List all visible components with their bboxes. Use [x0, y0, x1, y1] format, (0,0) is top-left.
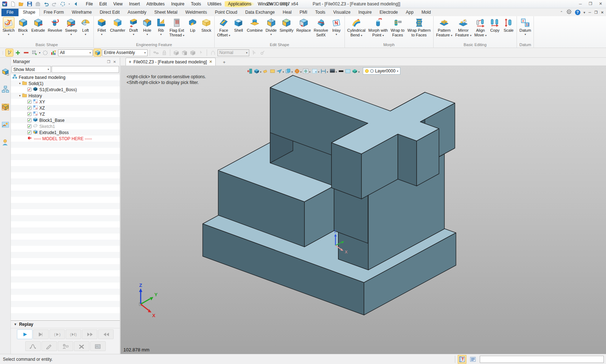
minus-icon[interactable] — [22, 49, 30, 56]
close-icon[interactable]: ✕ — [597, 1, 605, 7]
copydoc-icon[interactable] — [285, 68, 291, 74]
ribbon-tab-pmi[interactable]: PMI — [295, 9, 311, 16]
hdim-icon[interactable] — [320, 68, 326, 74]
gridplus-icon[interactable] — [31, 49, 38, 56]
marquee-icon[interactable] — [312, 68, 318, 74]
ribbon-button-cylindrical[interactable]: CylindricalBend ▾ — [346, 17, 367, 38]
ribbon-button-sweep[interactable]: Sweep▾ — [63, 17, 79, 36]
menu-utilities[interactable]: Utilities — [204, 0, 225, 8]
redo-icon[interactable] — [51, 1, 58, 7]
doc-restore-icon[interactable]: ❐ — [594, 10, 598, 14]
ribbon-button-pattern[interactable]: PatternFeature ▾ — [435, 17, 454, 38]
replay-ff-button[interactable] — [82, 329, 97, 339]
new-file-icon[interactable] — [10, 1, 16, 7]
globe-icon[interactable] — [303, 68, 309, 74]
ribbon-tab-file[interactable]: File — [1, 9, 18, 16]
replay-cross-button[interactable] — [74, 341, 89, 351]
replay-pencil-button[interactable] — [41, 341, 57, 351]
plus-icon[interactable] — [14, 49, 21, 56]
new-tab-button[interactable]: + — [221, 59, 228, 66]
filter-icon[interactable] — [50, 49, 57, 56]
layer-dropdown[interactable]: Layer0000 ▾ — [363, 67, 401, 75]
arrowg-icon[interactable] — [197, 49, 205, 56]
ribbon-button-sketch[interactable]: Sketch▾ — [1, 17, 16, 36]
boxy-icon[interactable] — [269, 68, 276, 74]
exit-icon[interactable] — [247, 68, 253, 74]
blackbar-icon[interactable] — [338, 68, 344, 74]
monitor-icon[interactable] — [329, 68, 335, 74]
tree-item[interactable]: ✓S1(Extrude1_Boss) — [11, 86, 120, 93]
user-tab-icon[interactable] — [1, 138, 9, 147]
ribbon-button-wrap-to[interactable]: Wrap toFaces — [389, 17, 406, 38]
ribbon-tab-inquire[interactable]: Inquire — [355, 9, 376, 16]
toolbar-panel-icon[interactable] — [458, 355, 466, 363]
doc-close-icon[interactable]: ✕ — [601, 10, 604, 14]
menu-file[interactable]: File — [83, 0, 96, 8]
ribbon-tab-visualize[interactable]: Visualize — [329, 9, 355, 16]
ribbon-tab-app[interactable]: App — [402, 9, 417, 16]
visibility-checkbox[interactable]: ✓ — [27, 124, 31, 128]
combo-entire-assembly[interactable]: Entire Assembly▾ — [102, 49, 148, 56]
minimize-icon[interactable]: ─ — [576, 1, 584, 7]
dropdown-icon[interactable]: ▾ — [283, 71, 284, 74]
command-input[interactable] — [480, 356, 604, 363]
assembly-hierarchy-tab-icon[interactable] — [1, 85, 9, 94]
cyanbar-icon[interactable] — [345, 68, 351, 74]
ribbon-button-datum[interactable]: 312 Datum▾ — [518, 17, 532, 36]
shade2-icon[interactable] — [181, 49, 188, 56]
ribbon-button-face[interactable]: FaceOffset ▾ — [216, 17, 232, 38]
manager-close-icon[interactable]: ✕ — [112, 60, 118, 64]
ribbon-button-divide[interactable]: Divide▾ — [264, 17, 278, 36]
help-dropdown-icon[interactable]: ▾ — [584, 10, 585, 14]
ribbon-tab-assembly[interactable]: Assembly — [124, 9, 150, 16]
tealcube-icon[interactable] — [352, 68, 358, 74]
ribbon-tab-shape[interactable]: Shape — [18, 8, 40, 16]
visibility-checkbox[interactable]: ✓ — [27, 88, 31, 92]
replay-playp-button[interactable]: () — [49, 329, 65, 339]
ribbon-button-hole[interactable]: Hole▾ — [140, 17, 154, 36]
ghost-icon[interactable] — [209, 49, 216, 56]
menu-attributes[interactable]: Attributes — [143, 0, 168, 8]
tree-item[interactable]: ✓12YZ — [11, 111, 120, 117]
menu-inquire[interactable]: Inquire — [168, 0, 188, 8]
dropdown-icon[interactable]: ▾ — [309, 71, 311, 74]
dashcircle-icon[interactable] — [41, 49, 49, 56]
ribbon-tab-tools[interactable]: Tools — [311, 9, 329, 16]
back-icon[interactable] — [73, 1, 79, 7]
ribbon-tab-point-cloud[interactable]: Point Cloud — [211, 9, 241, 16]
tree-search-input[interactable] — [52, 66, 119, 73]
eraser-icon[interactable] — [263, 68, 269, 74]
replay-step-button[interactable] — [33, 329, 49, 339]
ribbon-button-lip[interactable]: Lip — [186, 17, 199, 33]
planejet-icon[interactable] — [276, 68, 282, 74]
shade1-icon[interactable] — [172, 49, 180, 56]
ribbon-button-fillet[interactable]: Fillet▾ — [95, 17, 109, 36]
visualize-tab-icon[interactable] — [1, 121, 9, 130]
render-icon[interactable] — [254, 68, 260, 74]
collapse-ribbon-icon[interactable]: ⌃ — [560, 10, 563, 14]
ribbon-button-inlay[interactable]: Inlay▾ — [330, 17, 343, 36]
ribbon-button-scale[interactable]: Scale — [502, 17, 515, 33]
visibility-checkbox[interactable]: ✓ — [27, 118, 31, 122]
ribbon-button-draft[interactable]: Draft▾ — [127, 17, 140, 36]
3d-model[interactable]: Z X Z Y X — [120, 66, 606, 354]
ribbon-tab-sheet-metal[interactable]: Sheet Metal — [150, 9, 181, 16]
viewport[interactable]: Z X Z Y X <right-click> for context-sens… — [120, 66, 606, 354]
ribbon-button-chamfer[interactable]: Chamfer — [109, 17, 127, 33]
tree-item[interactable]: Feature based modeling — [11, 74, 120, 80]
menu-tools[interactable]: Tools — [188, 0, 204, 8]
gear-icon[interactable] — [566, 9, 572, 15]
ribbon-button-revolve[interactable]: Revolve — [47, 17, 64, 33]
save-icon[interactable] — [26, 1, 33, 7]
ribbon-button-wrap-pattern[interactable]: Wrap Patternto Faces — [406, 17, 432, 38]
help-icon[interactable]: ? — [575, 10, 580, 15]
ribbon-button-extrude[interactable]: Extrude — [30, 17, 47, 33]
undo-icon[interactable] — [43, 1, 49, 7]
menu-insert[interactable]: Insert — [126, 0, 143, 8]
ribbon-button-mirror[interactable]: MirrorFeature ▾ — [454, 17, 473, 38]
tree-item[interactable]: ✓12XZ — [11, 105, 120, 111]
ribbon-button-copy[interactable]: Copy — [488, 17, 502, 33]
ribbon-button-simplify[interactable]: Simplify — [278, 17, 295, 33]
replay-header[interactable]: ▼ Replay — [11, 321, 120, 328]
replay-play-button[interactable] — [17, 329, 32, 339]
